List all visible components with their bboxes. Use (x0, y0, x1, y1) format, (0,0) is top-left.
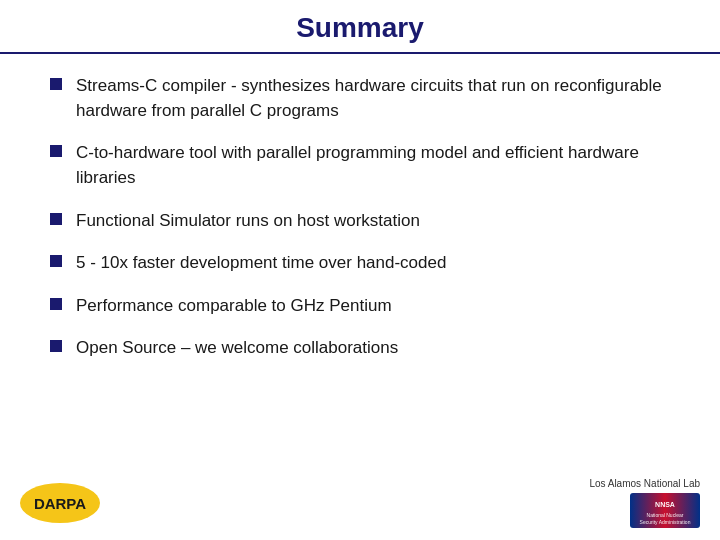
los-alamos-label: Los Alamos National Lab (589, 478, 700, 489)
slide-title: Summary (20, 12, 700, 44)
slide-header: Summary (0, 0, 720, 54)
list-item: C-to-hardware tool with parallel program… (50, 141, 670, 190)
list-item: 5 - 10x faster development time over han… (50, 251, 670, 276)
list-item: Performance comparable to GHz Pentium (50, 294, 670, 319)
slide-footer: DARPA Los Alamos National Lab NNSA Natio… (0, 478, 720, 528)
bullet-text: 5 - 10x faster development time over han… (76, 251, 446, 276)
bullet-icon (50, 298, 62, 310)
list-item: Streams-C compiler - synthesizes hardwar… (50, 74, 670, 123)
bullet-text: C-to-hardware tool with parallel program… (76, 141, 670, 190)
bullet-text: Performance comparable to GHz Pentium (76, 294, 392, 319)
bullet-icon (50, 255, 62, 267)
bullet-text: Functional Simulator runs on host workst… (76, 209, 420, 234)
bullet-icon (50, 340, 62, 352)
bullet-icon (50, 213, 62, 225)
svg-text:NNSA: NNSA (655, 501, 675, 508)
bullet-icon (50, 145, 62, 157)
bullet-text: Open Source – we welcome collaborations (76, 336, 398, 361)
nnsa-area: Los Alamos National Lab NNSA National Nu… (589, 478, 700, 528)
nnsa-emblem-icon: NNSA National Nuclear Security Administr… (630, 493, 700, 528)
bullet-icon (50, 78, 62, 90)
slide-content: Streams-C compiler - synthesizes hardwar… (0, 54, 720, 389)
list-item: Functional Simulator runs on host workst… (50, 209, 670, 234)
bullet-text: Streams-C compiler - synthesizes hardwar… (76, 74, 670, 123)
slide: Summary Streams-C compiler - synthesizes… (0, 0, 720, 540)
svg-text:National Nuclear: National Nuclear (647, 512, 684, 518)
list-item: Open Source – we welcome collaborations (50, 336, 670, 361)
svg-text:Security Administration: Security Administration (640, 519, 691, 525)
darpa-label: DARPA (34, 495, 86, 512)
nnsa-logo: NNSA National Nuclear Security Administr… (630, 493, 700, 528)
darpa-logo: DARPA (20, 483, 100, 523)
